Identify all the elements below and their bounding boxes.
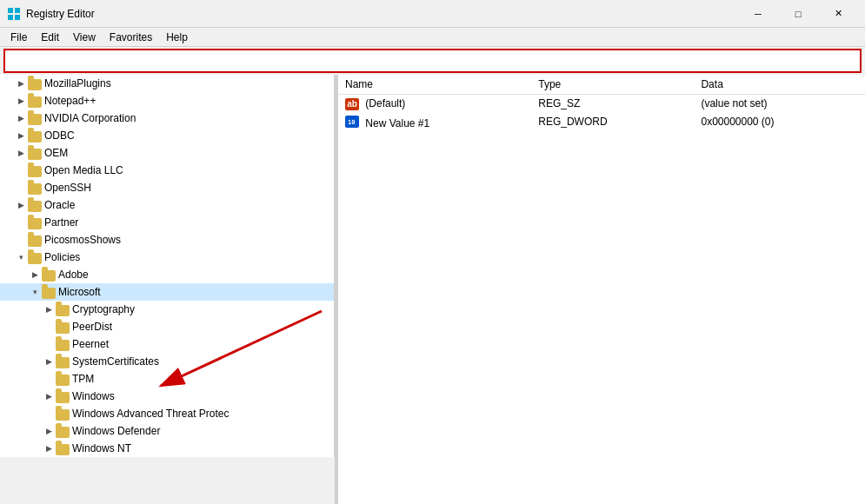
- expand-toggle[interactable]: ▶: [14, 146, 28, 160]
- tree-item-nvidia[interactable]: ▶ NVIDIA Corporation: [0, 109, 334, 127]
- expand-toggle[interactable]: [42, 372, 56, 386]
- menu-favorites[interactable]: Favorites: [103, 30, 159, 45]
- folder-icon: [56, 372, 70, 386]
- reg-dword-icon: 10: [345, 116, 359, 128]
- folder-icon: [28, 129, 42, 143]
- tree-item-oem[interactable]: ▶ OEM: [0, 144, 334, 162]
- folder-icon: [28, 76, 42, 90]
- folder-icon: [28, 216, 42, 229]
- tree-item-adobe[interactable]: ▶ Adobe: [0, 266, 334, 283]
- address-input[interactable]: Computer\HKEY_LOCAL_MACHINE\SOFTWARE\Pol…: [9, 55, 856, 67]
- tree-item-odbc[interactable]: ▶ ODBC: [0, 127, 334, 144]
- tree-item-windefender[interactable]: ▶ Windows Defender: [0, 422, 334, 440]
- tree-item-picosmosshows[interactable]: PicosmosShows: [0, 231, 334, 249]
- tree-label: Peernet: [72, 338, 109, 350]
- tree-label: NVIDIA Corporation: [44, 112, 136, 124]
- menu-edit[interactable]: Edit: [34, 30, 66, 45]
- expand-toggle[interactable]: ▶: [42, 302, 56, 316]
- tree-item-tpm[interactable]: TPM: [0, 370, 334, 388]
- expand-toggle[interactable]: [42, 320, 56, 334]
- maximize-button[interactable]: □: [778, 0, 818, 28]
- value-data: 0x00000000 (0): [694, 113, 865, 132]
- tree-item-watp[interactable]: Windows Advanced Threat Protec: [0, 405, 334, 422]
- tree-item-cryptography[interactable]: ▶ Cryptography: [0, 301, 334, 318]
- address-bar[interactable]: Computer\HKEY_LOCAL_MACHINE\SOFTWARE\Pol…: [3, 49, 862, 73]
- app-icon: [7, 7, 21, 21]
- tree-label: Microsoft: [58, 286, 101, 298]
- expand-toggle[interactable]: [14, 233, 28, 247]
- folder-icon: [28, 146, 42, 160]
- tree-item-peerdist[interactable]: PeerDist: [0, 318, 334, 335]
- expand-toggle[interactable]: ▶: [14, 111, 28, 125]
- tree-item-windows[interactable]: ▶ Windows: [0, 388, 334, 405]
- menu-help[interactable]: Help: [159, 30, 195, 45]
- menu-file[interactable]: File: [3, 30, 34, 45]
- reg-sz-icon: ab: [345, 98, 359, 110]
- expand-toggle[interactable]: ▶: [28, 268, 42, 282]
- tree-item-winnt[interactable]: ▶ Windows NT: [0, 440, 334, 457]
- value-name: New Value #1: [365, 116, 429, 129]
- folder-icon: [42, 268, 56, 282]
- tree-label: Windows: [72, 390, 115, 402]
- main-content: ▶ MozillaPlugins ▶ Notepad++ ▶ NVIDIA Co…: [0, 75, 865, 504]
- right-panel: Name Type Data ab (Default) REG_SZ (valu…: [338, 75, 865, 504]
- svg-rect-1: [15, 8, 20, 13]
- expand-toggle[interactable]: ▾: [14, 250, 28, 264]
- close-button[interactable]: ✕: [818, 0, 858, 28]
- tree-label: Oracle: [44, 199, 75, 211]
- tree-item-peernet[interactable]: Peernet: [0, 335, 334, 353]
- tree-panel: ▶ MozillaPlugins ▶ Notepad++ ▶ NVIDIA Co…: [0, 75, 335, 457]
- value-data: (value not set): [694, 95, 865, 113]
- menu-view[interactable]: View: [66, 30, 103, 45]
- expand-toggle[interactable]: [42, 337, 56, 351]
- tree-item-microsoft[interactable]: ▾ Microsoft: [0, 283, 334, 301]
- table-row[interactable]: 10 New Value #1 REG_DWORD 0x00000000 (0): [338, 113, 865, 132]
- tree-item-mozillaplugins[interactable]: ▶ MozillaPlugins: [0, 75, 334, 92]
- expand-toggle[interactable]: ▾: [28, 285, 42, 299]
- tree-label: Cryptography: [72, 303, 135, 315]
- expand-toggle[interactable]: ▶: [14, 76, 28, 90]
- tree-item-openssh[interactable]: OpenSSH: [0, 179, 334, 196]
- expand-toggle[interactable]: ▶: [42, 389, 56, 403]
- minimize-button[interactable]: ─: [738, 0, 778, 28]
- table-row[interactable]: ab (Default) REG_SZ (value not set): [338, 95, 865, 113]
- tree-label: OpenSSH: [44, 182, 91, 194]
- expand-toggle[interactable]: ▶: [14, 129, 28, 143]
- expand-toggle[interactable]: ▶: [42, 355, 56, 368]
- expand-toggle[interactable]: [42, 407, 56, 421]
- tree-label: OEM: [44, 147, 68, 159]
- tree-item-systemcerts[interactable]: ▶ SystemCertificates: [0, 353, 334, 370]
- tree-label: PicosmosShows: [44, 234, 121, 246]
- column-type: Type: [531, 75, 694, 95]
- tree-label: PeerDist: [72, 321, 112, 333]
- tree-item-openmedia[interactable]: Open Media LLC: [0, 162, 334, 179]
- tree-item-policies[interactable]: ▾ Policies: [0, 249, 334, 266]
- expand-toggle[interactable]: ▶: [42, 424, 56, 438]
- svg-rect-0: [8, 8, 13, 13]
- column-name: Name: [338, 75, 531, 95]
- tree-item-oracle[interactable]: ▶ Oracle: [0, 196, 334, 214]
- folder-icon: [56, 424, 70, 438]
- tree-label: ODBC: [44, 129, 75, 142]
- tree-label: TPM: [72, 373, 94, 385]
- svg-rect-3: [15, 15, 20, 20]
- expand-toggle[interactable]: [14, 163, 28, 177]
- expand-toggle[interactable]: ▶: [14, 94, 28, 108]
- expand-toggle[interactable]: [14, 216, 28, 229]
- registry-table: Name Type Data ab (Default) REG_SZ (valu…: [338, 75, 865, 131]
- tree-item-notepadpp[interactable]: ▶ Notepad++: [0, 92, 334, 109]
- folder-icon: [28, 111, 42, 125]
- folder-icon: [28, 250, 42, 264]
- expand-toggle[interactable]: ▶: [42, 441, 56, 455]
- value-name-cell: 10 New Value #1: [338, 113, 531, 132]
- tree-label: MozillaPlugins: [44, 77, 111, 90]
- folder-icon: [42, 285, 56, 299]
- tree-item-partner[interactable]: Partner: [0, 214, 334, 231]
- folder-icon: [56, 337, 70, 351]
- expand-toggle[interactable]: [14, 181, 28, 195]
- folder-icon: [28, 94, 42, 108]
- expand-toggle[interactable]: ▶: [14, 198, 28, 212]
- tree-label: Windows Advanced Threat Protec: [72, 408, 230, 420]
- window-title: Registry Editor: [26, 8, 738, 20]
- folder-icon: [56, 320, 70, 334]
